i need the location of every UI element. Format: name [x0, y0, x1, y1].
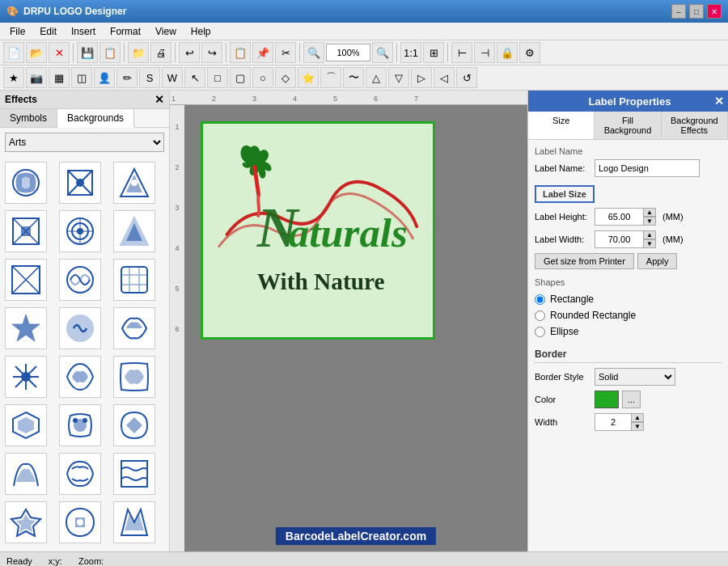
tab-fill-background[interactable]: Fill Background — [595, 112, 661, 139]
shape-rounded-rectangle-radio[interactable] — [535, 310, 545, 321]
menu-help[interactable]: Help — [184, 24, 218, 39]
edit2-button[interactable]: ✏ — [116, 67, 138, 88]
border-width-up[interactable]: ▲ — [631, 413, 644, 422]
symbol-button[interactable]: S — [139, 67, 160, 88]
symbol-item[interactable] — [5, 501, 47, 543]
symbol-item[interactable] — [113, 356, 155, 398]
word-button[interactable]: W — [162, 67, 183, 88]
menu-view[interactable]: View — [149, 24, 183, 39]
copy-button[interactable]: 📋 — [230, 42, 251, 63]
close-doc-button[interactable]: ✕ — [49, 42, 70, 63]
close-button[interactable]: ✕ — [707, 4, 722, 19]
symbol-item[interactable] — [5, 453, 47, 495]
shape-ellipse-row[interactable]: Ellipse — [535, 326, 722, 337]
symbol-item[interactable] — [59, 162, 101, 204]
saveas-button[interactable]: 📋 — [99, 42, 121, 63]
zoom-input[interactable] — [326, 44, 370, 61]
user-button[interactable]: 👤 — [94, 67, 115, 88]
label-canvas[interactable]: N aturals With Nature — [201, 121, 435, 340]
align-right-button[interactable]: ⊣ — [474, 42, 495, 63]
border-color-picker-button[interactable]: ... — [622, 391, 641, 408]
border-width-input[interactable] — [595, 413, 631, 431]
lock-button[interactable]: 🔒 — [497, 42, 518, 63]
align-left-button[interactable]: ⊢ — [451, 42, 472, 63]
symbol-item[interactable] — [5, 404, 47, 446]
cursor-button[interactable]: ↖ — [184, 67, 205, 88]
symbol-item[interactable] — [113, 501, 155, 543]
rtri2-button[interactable]: ▷ — [411, 67, 432, 88]
symbol-item[interactable] — [59, 404, 101, 446]
get-size-button[interactable]: Get size from Printer — [535, 253, 634, 269]
shape-ellipse-radio[interactable] — [535, 327, 545, 337]
diamond-button[interactable]: ◇ — [275, 67, 296, 88]
ltri-button[interactable]: ◁ — [434, 67, 455, 88]
apply-button[interactable]: Apply — [637, 253, 678, 269]
label-width-input[interactable] — [595, 230, 643, 248]
border-width-down[interactable]: ▼ — [631, 422, 644, 431]
symbol-item[interactable] — [5, 162, 47, 204]
shape-rounded-rectangle-row[interactable]: Rounded Rectangle — [535, 310, 722, 321]
browse-button[interactable]: 📁 — [128, 42, 149, 63]
properties-button[interactable]: ⚙ — [519, 42, 540, 63]
photo-button[interactable]: 📷 — [26, 67, 47, 88]
border-color-button[interactable] — [595, 391, 619, 408]
minimize-button[interactable]: – — [671, 4, 686, 19]
tri-button[interactable]: △ — [366, 67, 387, 88]
zoom-out-button[interactable]: 🔍 — [372, 42, 393, 63]
open-button[interactable]: 📂 — [26, 42, 47, 63]
fit-button[interactable]: 1:1 — [400, 42, 421, 63]
zoom-in-button[interactable]: 🔍 — [303, 42, 324, 63]
layer-button[interactable]: ◫ — [71, 67, 92, 88]
paste-button[interactable]: 📌 — [252, 42, 273, 63]
category-select[interactable]: Arts Nature Geometric Abstract — [5, 133, 164, 152]
symbol-item[interactable] — [5, 210, 47, 252]
symbol-item[interactable] — [113, 453, 155, 495]
shape-rectangle-radio[interactable] — [535, 294, 545, 305]
symbol-item[interactable] — [113, 162, 155, 204]
label-width-up[interactable]: ▲ — [643, 230, 656, 239]
symbol-item[interactable] — [59, 356, 101, 398]
menu-edit[interactable]: Edit — [33, 24, 63, 39]
new-button[interactable]: 📄 — [3, 42, 24, 63]
undo-button[interactable]: ↩ — [179, 42, 200, 63]
label-name-input[interactable] — [595, 159, 700, 177]
symbol-item[interactable] — [5, 259, 47, 301]
tab-backgrounds[interactable]: Backgrounds — [57, 109, 134, 128]
save-button[interactable]: 💾 — [77, 42, 98, 63]
menu-format[interactable]: Format — [104, 24, 147, 39]
symbol-item[interactable] — [113, 307, 155, 349]
redo-button[interactable]: ↪ — [201, 42, 222, 63]
tab-size[interactable]: Size — [528, 112, 595, 139]
grid-button[interactable]: ⊞ — [423, 42, 444, 63]
symbol-item[interactable] — [59, 210, 101, 252]
rect-button[interactable]: □ — [207, 67, 228, 88]
symbol-item[interactable] — [113, 210, 155, 252]
border-style-select[interactable]: Solid Dashed Dotted None — [595, 368, 675, 386]
label-width-down[interactable]: ▼ — [643, 239, 656, 248]
tab-symbols[interactable]: Symbols — [0, 109, 57, 127]
ellipse-button[interactable]: ○ — [252, 67, 273, 88]
symbol-item[interactable] — [59, 453, 101, 495]
shape-rectangle-row[interactable]: Rectangle — [535, 294, 722, 305]
symbol-item[interactable] — [5, 356, 47, 398]
panel-close-button[interactable]: ✕ — [154, 93, 164, 106]
label-height-input[interactable] — [595, 208, 643, 226]
rtri-button[interactable]: ▽ — [388, 67, 409, 88]
curve-button[interactable]: ↺ — [456, 67, 477, 88]
right-panel-close-button[interactable]: ✕ — [714, 95, 724, 108]
effects-button[interactable]: ★ — [3, 67, 24, 88]
print-button[interactable]: 🖨 — [150, 42, 171, 63]
symbol-item[interactable] — [113, 259, 155, 301]
menu-insert[interactable]: Insert — [65, 24, 102, 39]
symbol-item[interactable] — [59, 259, 101, 301]
cut-button[interactable]: ✂ — [275, 42, 296, 63]
tab-background-effects[interactable]: Background Effects — [662, 112, 728, 139]
maximize-button[interactable]: □ — [689, 4, 704, 19]
symbol-item[interactable] — [113, 404, 155, 446]
menu-file[interactable]: File — [3, 24, 32, 39]
wave-button[interactable]: 〜 — [343, 67, 364, 88]
label-height-down[interactable]: ▼ — [643, 217, 656, 226]
rounded-rect-button[interactable]: ▢ — [230, 67, 251, 88]
star-button[interactable]: ⭐ — [298, 67, 319, 88]
arc-button[interactable]: ⌒ — [320, 67, 341, 88]
